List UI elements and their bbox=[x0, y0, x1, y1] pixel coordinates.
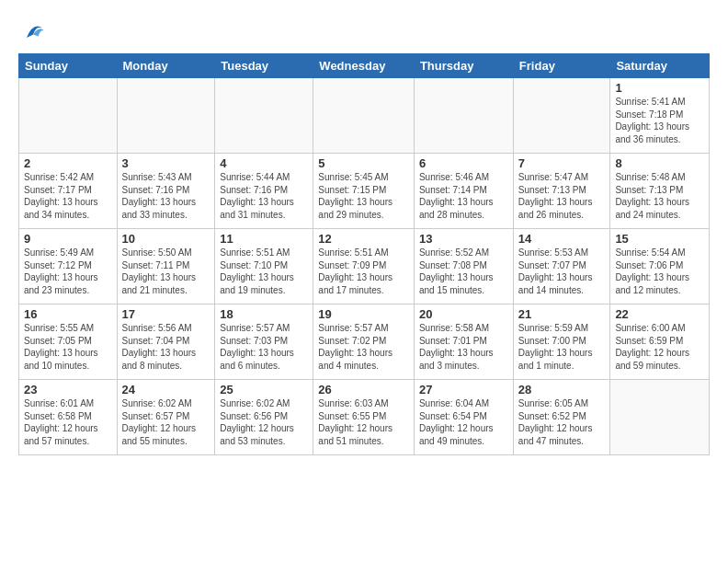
day-info: Sunrise: 5:45 AM Sunset: 7:15 PM Dayligh… bbox=[318, 171, 409, 221]
day-number: 19 bbox=[318, 307, 409, 321]
day-number: 3 bbox=[122, 156, 210, 170]
day-info: Sunrise: 5:54 AM Sunset: 7:06 PM Dayligh… bbox=[615, 247, 704, 296]
day-info: Sunrise: 6:03 AM Sunset: 6:55 PM Dayligh… bbox=[318, 397, 409, 447]
day-cell bbox=[117, 78, 215, 154]
day-number: 6 bbox=[419, 156, 508, 170]
day-info: Sunrise: 5:58 AM Sunset: 7:01 PM Dayligh… bbox=[419, 322, 508, 372]
day-info: Sunrise: 5:51 AM Sunset: 7:09 PM Dayligh… bbox=[318, 247, 409, 296]
header bbox=[18, 15, 710, 44]
day-cell: 5Sunrise: 5:45 AM Sunset: 7:15 PM Daylig… bbox=[313, 154, 415, 229]
day-number: 2 bbox=[24, 156, 112, 170]
day-info: Sunrise: 5:49 AM Sunset: 7:12 PM Dayligh… bbox=[24, 247, 112, 296]
day-info: Sunrise: 6:02 AM Sunset: 6:56 PM Dayligh… bbox=[220, 397, 308, 447]
day-info: Sunrise: 5:57 AM Sunset: 7:02 PM Dayligh… bbox=[318, 322, 409, 372]
day-cell: 19Sunrise: 5:57 AM Sunset: 7:02 PM Dayli… bbox=[313, 304, 415, 380]
day-cell bbox=[313, 78, 415, 154]
day-cell bbox=[414, 78, 513, 154]
day-number: 14 bbox=[518, 232, 606, 246]
day-number: 21 bbox=[518, 307, 606, 321]
logo-icon bbox=[20, 18, 46, 44]
day-cell: 6Sunrise: 5:46 AM Sunset: 7:14 PM Daylig… bbox=[414, 154, 513, 229]
logo bbox=[18, 18, 46, 44]
day-info: Sunrise: 6:04 AM Sunset: 6:54 PM Dayligh… bbox=[419, 397, 508, 447]
day-number: 25 bbox=[220, 383, 308, 396]
weekday-thursday: Thursday bbox=[414, 54, 513, 78]
day-number: 5 bbox=[318, 156, 409, 170]
day-cell bbox=[513, 78, 610, 154]
day-cell: 7Sunrise: 5:47 AM Sunset: 7:13 PM Daylig… bbox=[513, 154, 610, 229]
day-number: 7 bbox=[518, 156, 606, 170]
week-row-4: 23Sunrise: 6:01 AM Sunset: 6:58 PM Dayli… bbox=[19, 380, 710, 455]
day-cell: 1Sunrise: 5:41 AM Sunset: 7:18 PM Daylig… bbox=[610, 78, 710, 154]
day-info: Sunrise: 5:53 AM Sunset: 7:07 PM Dayligh… bbox=[518, 247, 606, 296]
weekday-saturday: Saturday bbox=[610, 54, 710, 78]
day-info: Sunrise: 5:57 AM Sunset: 7:03 PM Dayligh… bbox=[220, 322, 308, 372]
day-cell: 18Sunrise: 5:57 AM Sunset: 7:03 PM Dayli… bbox=[215, 304, 313, 380]
week-row-2: 9Sunrise: 5:49 AM Sunset: 7:12 PM Daylig… bbox=[19, 229, 710, 304]
day-cell bbox=[19, 78, 118, 154]
day-number: 26 bbox=[318, 383, 409, 396]
day-number: 1 bbox=[615, 81, 704, 95]
day-cell: 26Sunrise: 6:03 AM Sunset: 6:55 PM Dayli… bbox=[313, 380, 415, 455]
day-cell: 8Sunrise: 5:48 AM Sunset: 7:13 PM Daylig… bbox=[610, 154, 710, 229]
weekday-sunday: Sunday bbox=[19, 54, 118, 78]
day-number: 27 bbox=[419, 383, 508, 396]
day-cell: 3Sunrise: 5:43 AM Sunset: 7:16 PM Daylig… bbox=[117, 154, 215, 229]
day-info: Sunrise: 5:44 AM Sunset: 7:16 PM Dayligh… bbox=[220, 171, 308, 221]
day-cell: 14Sunrise: 5:53 AM Sunset: 7:07 PM Dayli… bbox=[513, 229, 610, 304]
day-info: Sunrise: 6:02 AM Sunset: 6:57 PM Dayligh… bbox=[122, 397, 210, 447]
day-info: Sunrise: 5:43 AM Sunset: 7:16 PM Dayligh… bbox=[122, 171, 210, 221]
day-number: 22 bbox=[615, 307, 704, 321]
day-cell: 25Sunrise: 6:02 AM Sunset: 6:56 PM Dayli… bbox=[215, 380, 313, 455]
week-row-1: 2Sunrise: 5:42 AM Sunset: 7:17 PM Daylig… bbox=[19, 154, 710, 229]
day-number: 24 bbox=[122, 383, 210, 396]
day-info: Sunrise: 5:52 AM Sunset: 7:08 PM Dayligh… bbox=[419, 247, 508, 296]
day-number: 10 bbox=[122, 232, 210, 246]
day-cell: 4Sunrise: 5:44 AM Sunset: 7:16 PM Daylig… bbox=[215, 154, 313, 229]
day-cell: 10Sunrise: 5:50 AM Sunset: 7:11 PM Dayli… bbox=[117, 229, 215, 304]
page: SundayMondayTuesdayWednesdayThursdayFrid… bbox=[0, 0, 728, 563]
day-number: 16 bbox=[24, 307, 112, 321]
weekday-monday: Monday bbox=[117, 54, 215, 78]
day-info: Sunrise: 5:48 AM Sunset: 7:13 PM Dayligh… bbox=[615, 171, 704, 221]
day-info: Sunrise: 5:55 AM Sunset: 7:05 PM Dayligh… bbox=[24, 322, 112, 372]
day-number: 15 bbox=[615, 232, 704, 246]
day-cell: 28Sunrise: 6:05 AM Sunset: 6:52 PM Dayli… bbox=[513, 380, 610, 455]
day-cell: 12Sunrise: 5:51 AM Sunset: 7:09 PM Dayli… bbox=[313, 229, 415, 304]
day-cell: 22Sunrise: 6:00 AM Sunset: 6:59 PM Dayli… bbox=[610, 304, 710, 380]
day-info: Sunrise: 5:41 AM Sunset: 7:18 PM Dayligh… bbox=[615, 96, 704, 145]
day-cell: 16Sunrise: 5:55 AM Sunset: 7:05 PM Dayli… bbox=[19, 304, 118, 380]
calendar-header: SundayMondayTuesdayWednesdayThursdayFrid… bbox=[19, 54, 710, 78]
day-number: 11 bbox=[220, 232, 308, 246]
day-number: 12 bbox=[318, 232, 409, 246]
day-cell: 20Sunrise: 5:58 AM Sunset: 7:01 PM Dayli… bbox=[414, 304, 513, 380]
day-cell: 17Sunrise: 5:56 AM Sunset: 7:04 PM Dayli… bbox=[117, 304, 215, 380]
day-number: 18 bbox=[220, 307, 308, 321]
day-cell: 24Sunrise: 6:02 AM Sunset: 6:57 PM Dayli… bbox=[117, 380, 215, 455]
day-number: 4 bbox=[220, 156, 308, 170]
weekday-tuesday: Tuesday bbox=[215, 54, 313, 78]
weekday-wednesday: Wednesday bbox=[313, 54, 415, 78]
day-cell: 21Sunrise: 5:59 AM Sunset: 7:00 PM Dayli… bbox=[513, 304, 610, 380]
day-info: Sunrise: 5:42 AM Sunset: 7:17 PM Dayligh… bbox=[24, 171, 112, 221]
calendar-body: 1Sunrise: 5:41 AM Sunset: 7:18 PM Daylig… bbox=[19, 78, 710, 455]
day-number: 13 bbox=[419, 232, 508, 246]
calendar-table: SundayMondayTuesdayWednesdayThursdayFrid… bbox=[18, 53, 710, 455]
day-info: Sunrise: 5:47 AM Sunset: 7:13 PM Dayligh… bbox=[518, 171, 606, 221]
day-cell: 11Sunrise: 5:51 AM Sunset: 7:10 PM Dayli… bbox=[215, 229, 313, 304]
week-row-0: 1Sunrise: 5:41 AM Sunset: 7:18 PM Daylig… bbox=[19, 78, 710, 154]
day-info: Sunrise: 5:46 AM Sunset: 7:14 PM Dayligh… bbox=[419, 171, 508, 221]
weekday-friday: Friday bbox=[513, 54, 610, 78]
day-info: Sunrise: 5:50 AM Sunset: 7:11 PM Dayligh… bbox=[122, 247, 210, 296]
day-info: Sunrise: 6:00 AM Sunset: 6:59 PM Dayligh… bbox=[615, 322, 704, 372]
day-info: Sunrise: 5:59 AM Sunset: 7:00 PM Dayligh… bbox=[518, 322, 606, 372]
day-cell: 13Sunrise: 5:52 AM Sunset: 7:08 PM Dayli… bbox=[414, 229, 513, 304]
day-info: Sunrise: 5:51 AM Sunset: 7:10 PM Dayligh… bbox=[220, 247, 308, 296]
day-info: Sunrise: 6:01 AM Sunset: 6:58 PM Dayligh… bbox=[24, 397, 112, 447]
weekday-header-row: SundayMondayTuesdayWednesdayThursdayFrid… bbox=[19, 54, 710, 78]
day-info: Sunrise: 6:05 AM Sunset: 6:52 PM Dayligh… bbox=[518, 397, 606, 447]
week-row-3: 16Sunrise: 5:55 AM Sunset: 7:05 PM Dayli… bbox=[19, 304, 710, 380]
day-number: 9 bbox=[24, 232, 112, 246]
day-cell: 15Sunrise: 5:54 AM Sunset: 7:06 PM Dayli… bbox=[610, 229, 710, 304]
day-number: 23 bbox=[24, 383, 112, 396]
